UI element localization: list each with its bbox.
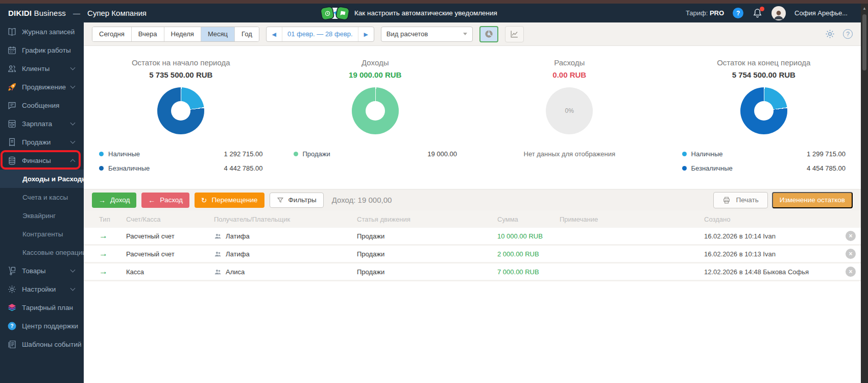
tariff-label: Тариф: <box>686 9 708 17</box>
range-button-1[interactable]: Вчера <box>132 27 164 41</box>
user-name[interactable]: София Арефье... <box>794 9 848 17</box>
header-separator: — <box>73 9 80 17</box>
sidebar-item-label: Сообщения <box>22 102 59 109</box>
funnel-icon <box>277 197 284 204</box>
column-header: Счет/Касса <box>126 216 214 223</box>
range-button-2[interactable]: Неделя <box>164 27 201 41</box>
next-period-arrow-icon[interactable]: ▶ <box>358 27 374 42</box>
chevron-down-icon <box>70 121 76 126</box>
no-data-text: Нет данных для отображения <box>472 147 667 161</box>
date-range-buttons: СегодняВчераНеделяМесяцГод <box>92 27 259 42</box>
summary-card-closing-balance: Остаток на конец периода5 754 500.00 RUB… <box>667 58 861 189</box>
income-arrow-icon: → <box>99 249 126 259</box>
payer-name: Латифа <box>226 232 250 240</box>
gear-icon[interactable] <box>825 29 835 39</box>
cell-payer: Латифа <box>214 250 357 258</box>
delete-row-button[interactable]: × <box>846 231 856 241</box>
sidebar-item-accounts[interactable]: Счета и кассы <box>0 188 84 206</box>
delete-row-button[interactable]: × <box>846 249 856 259</box>
sidebar-item-label: Тарифный план <box>22 304 73 312</box>
settings-icon <box>7 284 17 294</box>
scroll-up-arrow-icon[interactable]: ▲ <box>861 4 868 11</box>
scrollbar[interactable]: ▲ <box>861 4 868 383</box>
balance-change-button[interactable]: Изменение остатков <box>772 192 853 208</box>
calculation-view-select[interactable]: Вид расчетов <box>381 27 473 42</box>
chevron-down-icon <box>463 33 467 35</box>
line-chart-view-toggle[interactable] <box>505 26 524 42</box>
legend-value: 1 299 715.00 <box>807 150 846 158</box>
company-name[interactable]: Супер Компания <box>87 9 147 17</box>
sidebar-item-counterparties[interactable]: Контрагенты <box>0 225 84 243</box>
bell-icon[interactable] <box>752 8 763 18</box>
filters-button[interactable]: Фильтры <box>270 193 324 208</box>
sidebar-item-label: Эквайринг <box>22 212 56 220</box>
card-title: Остаток на конец периода <box>667 58 861 67</box>
help-icon[interactable]: ? <box>733 8 743 18</box>
sidebar-item-sales[interactable]: Продажи <box>0 133 84 151</box>
sidebar-item-support[interactable]: ?Центр поддержки <box>0 317 84 335</box>
sidebar-item-label: График работы <box>22 46 71 54</box>
filter-bar: СегодняВчераНеделяМесяцГод ◀ 01 февр. — … <box>84 22 861 46</box>
arrow-right-icon: → <box>99 196 106 204</box>
column-header: Примечание <box>560 216 704 223</box>
sales-icon <box>7 137 17 147</box>
sidebar-item-salary[interactable]: Зарплата <box>0 114 84 133</box>
salary-icon <box>7 119 17 129</box>
income-button[interactable]: →Доход <box>92 193 136 208</box>
donut-legend: Наличные1 299 715.00Безналичные4 454 785… <box>667 147 861 175</box>
sidebar-item-messages[interactable]: Сообщения <box>0 96 84 114</box>
sidebar-item-schedule[interactable]: График работы <box>0 41 84 59</box>
range-button-0[interactable]: Сегодня <box>92 27 132 41</box>
people-icon <box>214 268 222 276</box>
sidebar-item-finance[interactable]: Финансы <box>0 151 84 170</box>
sidebar-item-label: Продвижение <box>22 83 66 91</box>
column-header: Тип <box>99 216 126 223</box>
summary-card-opening-balance: Остаток на начало периода5 735 500.00 RU… <box>84 58 278 189</box>
donut-center-text: 0% <box>565 107 574 114</box>
date-navigator: ◀ 01 февр. — 28 февр. ▶ <box>266 27 374 42</box>
templates-icon <box>7 340 17 349</box>
sidebar-item-income-expense[interactable]: Доходы и Расходы <box>0 170 84 188</box>
summary-card-expense: Расходы0.00 RUB0%Нет данных для отображе… <box>472 58 667 189</box>
sidebar-item-clients[interactable]: Клиенты <box>0 59 84 78</box>
sidebar-item-settings[interactable]: Настройки <box>0 280 84 298</box>
scrollbar-thumb[interactable] <box>862 14 866 70</box>
tariff-badge[interactable]: Тариф: PRO <box>686 9 724 17</box>
printer-icon <box>722 196 731 204</box>
range-button-4[interactable]: Год <box>235 27 259 41</box>
table-row[interactable]: →Расчетный счетЛатифаПродажи2 000.00 RUB… <box>84 246 861 264</box>
chat-messenger-icon <box>336 7 349 19</box>
delete-row-button[interactable]: × <box>846 267 856 277</box>
legend-item: Наличные1 299 715.00 <box>682 147 846 161</box>
sidebar-item-event-templates[interactable]: Шаблоны событий <box>0 335 84 353</box>
date-range-label[interactable]: 01 февр. — 28 февр. <box>282 27 358 41</box>
sidebar-item-acquiring[interactable]: Эквайринг <box>0 206 84 225</box>
tariff-value: PRO <box>710 9 724 17</box>
sidebar-item-tariff-plan[interactable]: Тарифный план <box>0 298 84 317</box>
question-icon[interactable]: ? <box>843 29 853 39</box>
app-logo[interactable]: DIKIDI Business <box>8 9 66 17</box>
sidebar-item-label: Зарплата <box>22 120 52 128</box>
sidebar-item-journal[interactable]: Журнал записей <box>0 22 84 41</box>
prev-period-arrow-icon[interactable]: ◀ <box>267 27 282 42</box>
transfer-button[interactable]: ↻Перемещение <box>195 193 264 208</box>
avatar[interactable] <box>771 6 786 20</box>
expense-button[interactable]: ←Расход <box>141 193 189 208</box>
notification-banner-link[interactable]: Как настроить автоматические уведомления <box>322 4 497 22</box>
print-button[interactable]: Печать <box>713 192 767 208</box>
legend-dot <box>294 152 298 156</box>
sidebar-item-promotion[interactable]: Продвижение <box>0 78 84 96</box>
donut-view-toggle[interactable] <box>479 26 498 42</box>
svg-text:?: ? <box>10 323 13 329</box>
sidebar-item-goods[interactable]: Товары <box>0 261 84 280</box>
chevron-down-icon <box>70 139 76 144</box>
range-button-3[interactable]: Месяц <box>201 27 235 41</box>
sidebar-item-label: Финансы <box>22 157 51 164</box>
summary-card-income: Доходы19 000.00 RUBПродажи19 000.00 <box>278 58 473 189</box>
sidebar: Журнал записейГрафик работыКлиентыПродви… <box>0 22 84 383</box>
table-row[interactable]: →КассаАлисаПродажи7 000.00 RUB12.02.2026… <box>84 264 861 281</box>
donut-chart-income <box>352 87 399 134</box>
sidebar-item-label: Кассовые операции <box>22 249 86 256</box>
table-row[interactable]: →Расчетный счетЛатифаПродажи10 000.00 RU… <box>84 228 861 246</box>
sidebar-item-cash-operations[interactable]: Кассовые операции <box>0 243 84 261</box>
